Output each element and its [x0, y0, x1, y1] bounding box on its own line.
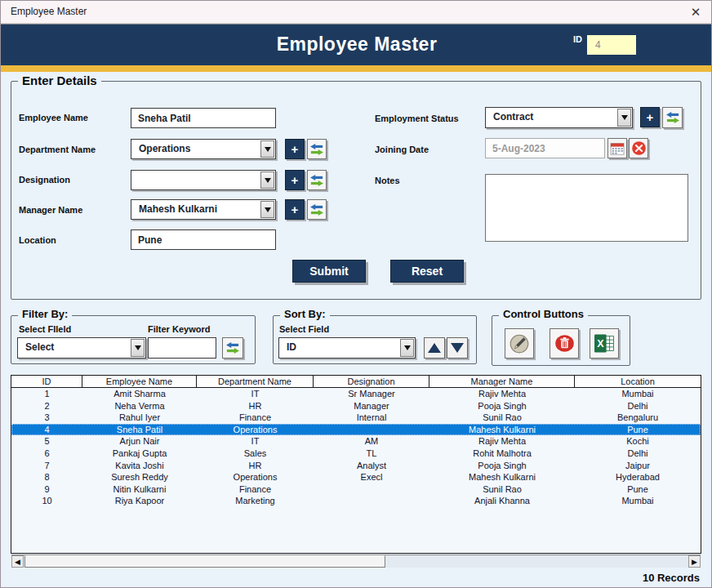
table-body: 1Amit SharmaITSr ManagerRajiv MehtaMumba… [11, 388, 701, 507]
horizontal-scrollbar[interactable]: ◀ ▶ [11, 555, 701, 568]
edit-button[interactable] [505, 328, 534, 359]
table-cell: Amit Sharma [82, 388, 197, 400]
table-row[interactable]: 1Amit SharmaITSr ManagerRajiv MehtaMumba… [11, 388, 701, 400]
filter-field-combobox[interactable]: Select [17, 337, 146, 359]
employment-status-label: Employment Status [375, 114, 459, 123]
chevron-down-icon[interactable] [260, 140, 274, 158]
table-cell: Rahul Iyer [82, 412, 197, 424]
column-header: Location [575, 376, 701, 387]
table-row[interactable]: 8Suresh ReddyOperationsExeclMahesh Kulka… [11, 471, 701, 483]
table-cell: Analyst [314, 460, 429, 472]
table-cell: Pooja Singh [429, 400, 575, 412]
add-manager-button[interactable]: + [285, 199, 305, 220]
notes-textarea[interactable] [485, 174, 688, 242]
column-header: Designation [314, 376, 429, 387]
table-cell: Sunil Rao [429, 483, 575, 496]
calendar-picker-button[interactable] [607, 138, 627, 158]
table-cell: Sr Manager [314, 388, 429, 400]
refresh-department-button[interactable] [307, 139, 327, 159]
department-value: Operations [139, 143, 190, 154]
id-label: ID [573, 34, 582, 44]
scroll-left-icon[interactable]: ◀ [11, 555, 24, 568]
export-excel-button[interactable]: X [590, 328, 619, 359]
calendar-icon [610, 142, 625, 155]
svg-text:X: X [597, 338, 604, 350]
refresh-icon [309, 143, 324, 156]
employee-name-input[interactable] [131, 108, 276, 128]
table-cell: Mahesh Kulkarni [429, 424, 575, 436]
table-row[interactable]: 5Arjun NairITAMRajiv MehtaKochi [11, 435, 701, 448]
employee-table: IDEmployee NameDepartment NameDesignatio… [11, 375, 701, 554]
designation-combobox[interactable] [131, 170, 276, 190]
manager-label: Manager Name [19, 205, 82, 215]
joining-date-label: Joining Date [375, 145, 429, 154]
chevron-down-icon[interactable] [131, 339, 145, 357]
joining-date-input[interactable] [485, 138, 605, 158]
sort-field-label: Select Field [279, 324, 329, 334]
submit-button[interactable]: Submit [292, 260, 366, 283]
column-header: Manager Name [429, 376, 575, 387]
table-cell: 1 [11, 388, 82, 400]
employee-name-label: Employee Name [19, 113, 88, 122]
table-cell: 5 [11, 435, 82, 448]
department-combobox[interactable]: Operations [131, 139, 276, 159]
location-input[interactable] [131, 229, 276, 250]
table-cell: Marketing [197, 495, 314, 507]
manager-value: Mahesh Kulkarni [139, 203, 217, 215]
close-icon[interactable]: ✕ [687, 4, 705, 20]
clear-date-button[interactable] [629, 138, 648, 158]
refresh-icon [309, 174, 324, 187]
table-cell: Execl [314, 471, 429, 483]
table-cell [314, 495, 429, 507]
table-row[interactable]: 9Nitin KulkarniFinanceSunil RaoPune [11, 483, 701, 496]
reset-button[interactable]: Reset [390, 260, 464, 283]
table-cell: Neha Verma [82, 400, 197, 412]
table-row[interactable]: 6Pankaj GuptaSalesTLRohit MalhotraDelhi [11, 448, 701, 460]
add-department-button[interactable]: + [285, 139, 305, 159]
table-cell [314, 424, 429, 436]
table-cell: Pooja Singh [429, 460, 575, 472]
clear-x-icon [631, 140, 647, 156]
filter-keyword-label: Filter Keyword [148, 324, 210, 334]
table-row[interactable]: 10Riya KapoorMarketingAnjali KhannaMumba… [11, 495, 701, 507]
id-field[interactable]: 4 [587, 35, 636, 55]
table-cell: Bengaluru [575, 412, 701, 424]
refresh-employment-status-button[interactable] [662, 107, 683, 128]
sort-down-icon [451, 343, 464, 353]
manager-combobox[interactable]: Mahesh Kulkarni [131, 199, 276, 220]
refresh-manager-button[interactable] [307, 199, 327, 220]
scroll-right-icon[interactable]: ▶ [688, 555, 701, 568]
department-label: Department Name [19, 145, 96, 154]
filter-keyword-input[interactable] [148, 337, 216, 359]
chevron-down-icon[interactable] [260, 201, 274, 218]
notes-label: Notes [375, 176, 400, 185]
sort-ascending-button[interactable] [424, 337, 445, 359]
apply-filter-button[interactable] [222, 337, 243, 359]
filter-by-legend: Filter By: [18, 308, 72, 320]
add-designation-button[interactable]: + [285, 170, 305, 190]
chevron-down-icon[interactable] [617, 109, 631, 127]
chevron-down-icon[interactable] [400, 339, 414, 357]
add-employment-status-button[interactable]: + [640, 107, 660, 127]
table-cell: Pankaj Gupta [82, 448, 197, 460]
table-cell: Hyderabad [575, 471, 701, 483]
table-cell: HR [197, 460, 314, 472]
chevron-down-icon[interactable] [260, 172, 274, 189]
sort-field-combobox[interactable]: ID [278, 337, 416, 359]
window-title: Employee Master [11, 6, 87, 17]
table-cell: 2 [11, 400, 82, 412]
table-row[interactable]: 2Neha VermaHRManagerPooja SinghDelhi [11, 400, 701, 412]
table-row[interactable]: 4Sneha PatilOperationsMahesh KulkarniPun… [11, 424, 701, 436]
table-cell: 4 [11, 424, 82, 436]
scrollbar-thumb[interactable] [24, 555, 385, 568]
table-row[interactable]: 3Rahul IyerFinanceInternalSunil RaoBenga… [11, 412, 701, 424]
table-cell: Pune [575, 424, 701, 436]
table-row[interactable]: 7Kavita JoshiHRAnalystPooja SinghJaipur [11, 460, 701, 472]
sort-descending-button[interactable] [447, 337, 468, 359]
delete-button[interactable] [550, 328, 579, 359]
employment-status-combobox[interactable]: Contract [485, 107, 633, 128]
table-cell: Finance [197, 483, 314, 496]
table-cell: Pune [575, 483, 701, 496]
gold-stripe [1, 65, 712, 72]
refresh-designation-button[interactable] [307, 170, 327, 190]
